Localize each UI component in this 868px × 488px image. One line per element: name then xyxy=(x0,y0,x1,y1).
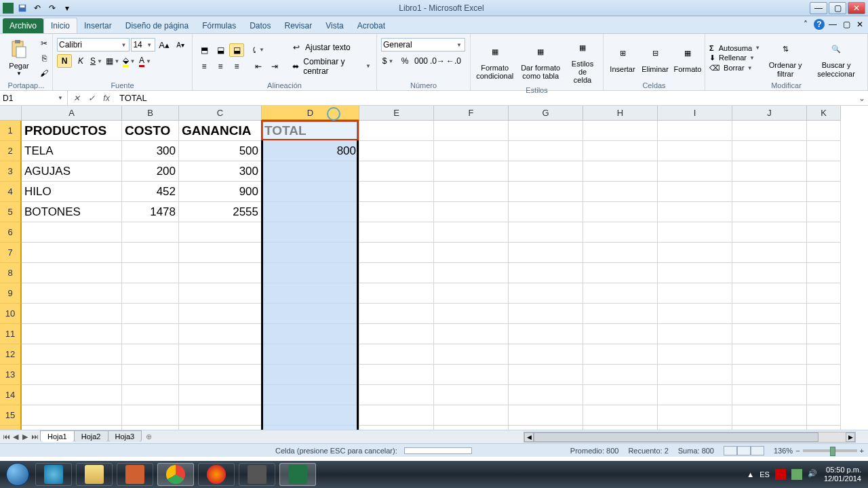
cell-I1[interactable] xyxy=(658,121,732,141)
row-header-5[interactable]: 5 xyxy=(0,202,22,222)
shrink-font-icon[interactable]: A▾ xyxy=(173,38,188,52)
cell-A8[interactable] xyxy=(22,263,122,283)
hscroll-thumb[interactable] xyxy=(534,432,818,442)
cell-D15[interactable] xyxy=(262,405,359,426)
currency-icon[interactable]: $▼ xyxy=(381,54,396,68)
align-bottom-icon[interactable]: ⬓ xyxy=(229,43,244,57)
cell-I7[interactable] xyxy=(658,243,732,263)
cell-F3[interactable] xyxy=(434,161,509,182)
col-header-B[interactable]: B xyxy=(122,106,179,121)
cell-J7[interactable] xyxy=(732,243,807,263)
cell-F13[interactable] xyxy=(434,365,509,385)
decrease-indent-icon[interactable]: ⇤ xyxy=(251,60,266,73)
cell-K14[interactable] xyxy=(807,385,841,405)
cell-K7[interactable] xyxy=(807,243,841,263)
cell-E11[interactable] xyxy=(359,324,434,344)
cell-F11[interactable] xyxy=(434,324,509,344)
cell-I9[interactable] xyxy=(658,283,732,304)
help-icon[interactable]: ? xyxy=(814,19,825,30)
font-name-combo[interactable]: ▼ xyxy=(57,38,130,52)
borders-icon[interactable]: ▦▼ xyxy=(106,54,121,68)
cell-F15[interactable] xyxy=(434,405,509,426)
col-header-I[interactable]: I xyxy=(658,106,732,121)
col-header-A[interactable]: A xyxy=(22,106,122,121)
cell-E3[interactable] xyxy=(359,161,434,182)
grow-font-icon[interactable]: A▴ xyxy=(157,38,172,52)
cell-H12[interactable] xyxy=(583,344,658,365)
name-box[interactable]: D1▼ xyxy=(0,91,68,105)
view-layout-icon[interactable] xyxy=(737,446,751,455)
tab-formulas[interactable]: Fórmulas xyxy=(195,18,243,33)
cell-D6[interactable] xyxy=(262,222,359,243)
qat-undo-icon[interactable]: ↶ xyxy=(31,2,43,14)
taskbar-app1[interactable] xyxy=(117,463,153,486)
cell-E5[interactable] xyxy=(359,202,434,222)
cell-I14[interactable] xyxy=(658,385,732,405)
cell-B10[interactable] xyxy=(122,304,179,324)
merge-center-button[interactable]: ⬌Combinar y centrar▼ xyxy=(289,57,372,76)
cell-G9[interactable] xyxy=(509,283,583,304)
cell-J2[interactable] xyxy=(732,141,807,161)
cell-H7[interactable] xyxy=(583,243,658,263)
cell-D4[interactable] xyxy=(262,182,359,202)
wrap-text-button[interactable]: ↩Ajustar texto xyxy=(289,41,372,54)
cell-J10[interactable] xyxy=(732,304,807,324)
percent-icon[interactable]: % xyxy=(397,54,412,68)
tray-network-icon[interactable] xyxy=(791,469,802,480)
fill-color-icon[interactable]: ⬙▼ xyxy=(122,54,137,68)
col-header-K[interactable]: K xyxy=(807,106,841,121)
cell-I11[interactable] xyxy=(658,324,732,344)
tab-datos[interactable]: Datos xyxy=(243,18,277,33)
spreadsheet-grid[interactable]: ABCDEFGHIJK 12345678910111213141516 PROD… xyxy=(0,106,868,430)
doc-restore-icon[interactable]: ▢ xyxy=(841,19,852,30)
tab-vista[interactable]: Vista xyxy=(319,18,350,33)
cell-J15[interactable] xyxy=(732,405,807,426)
cell-G1[interactable] xyxy=(509,121,583,141)
cell-A10[interactable] xyxy=(22,304,122,324)
cell-E15[interactable] xyxy=(359,405,434,426)
zoom-in-icon[interactable]: + xyxy=(860,447,864,455)
cell-H2[interactable] xyxy=(583,141,658,161)
cell-C8[interactable] xyxy=(179,263,262,283)
cell-D9[interactable] xyxy=(262,283,359,304)
qat-redo-icon[interactable]: ↷ xyxy=(46,2,58,14)
cell-J3[interactable] xyxy=(732,161,807,182)
col-header-F[interactable]: F xyxy=(434,106,509,121)
cell-G12[interactable] xyxy=(509,344,583,365)
cell-B12[interactable] xyxy=(122,344,179,365)
increase-indent-icon[interactable]: ⇥ xyxy=(267,60,282,73)
zoom-out-icon[interactable]: − xyxy=(795,447,800,455)
font-color-icon[interactable]: A▼ xyxy=(138,54,153,68)
cell-H8[interactable] xyxy=(583,263,658,283)
cell-C4[interactable]: 900 xyxy=(179,182,262,202)
cell-K10[interactable] xyxy=(807,304,841,324)
tab-inicio[interactable]: Inicio xyxy=(43,18,77,33)
bold-button[interactable]: N xyxy=(57,54,72,68)
col-header-G[interactable]: G xyxy=(509,106,583,121)
autosum-button[interactable]: Σ Autosuma▼ xyxy=(709,44,762,52)
number-format-combo[interactable]: General▼ xyxy=(381,38,465,52)
cell-E2[interactable] xyxy=(359,141,434,161)
taskbar-explorer[interactable] xyxy=(76,463,113,486)
cell-D12[interactable] xyxy=(262,344,359,365)
cell-J11[interactable] xyxy=(732,324,807,344)
tab-revisar[interactable]: Revisar xyxy=(278,18,319,33)
cell-B15[interactable] xyxy=(122,405,179,426)
cell-E1[interactable] xyxy=(359,121,434,141)
cell-K1[interactable] xyxy=(807,121,841,141)
cell-J14[interactable] xyxy=(732,385,807,405)
cell-K15[interactable] xyxy=(807,405,841,426)
cell-I12[interactable] xyxy=(658,344,732,365)
col-header-H[interactable]: H xyxy=(583,106,658,121)
cell-G6[interactable] xyxy=(509,222,583,243)
cell-F14[interactable] xyxy=(434,385,509,405)
row-header-3[interactable]: 3 xyxy=(0,161,22,182)
taskbar-excel[interactable] xyxy=(279,463,316,486)
cell-styles-button[interactable]: ▦Estilos de celda xyxy=(566,35,599,85)
cell-C14[interactable] xyxy=(179,385,262,405)
row-header-6[interactable]: 6 xyxy=(0,222,22,243)
cell-H6[interactable] xyxy=(583,222,658,243)
doc-minimize-icon[interactable]: — xyxy=(827,19,838,30)
cell-I15[interactable] xyxy=(658,405,732,426)
cell-F8[interactable] xyxy=(434,263,509,283)
